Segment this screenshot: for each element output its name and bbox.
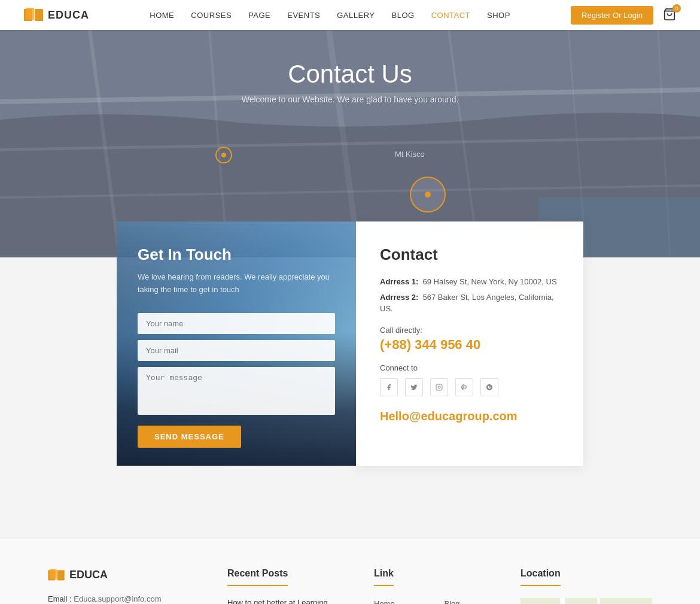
nav-menu: HOME COURSES PAGE EVENTS GALLERY BLOG CO… — [150, 10, 510, 20]
link-home[interactable]: Home — [374, 598, 427, 604]
svg-rect-2 — [35, 9, 43, 21]
marker-dot-large — [425, 192, 431, 198]
address1-row: Adrress 1: 69 Halsey St, New York, Ny 10… — [380, 276, 559, 288]
get-in-touch-title: Get In Touch — [138, 245, 335, 264]
link-blog[interactable]: Blog — [445, 598, 497, 604]
address1-label: Adrress 1: — [380, 277, 418, 286]
phone-number: (+88) 344 956 40 — [380, 337, 559, 353]
address2-row: Adrress 2: 567 Baker St, Los Angeles, Ca… — [380, 292, 559, 315]
contact-form-panel: Get In Touch We love hearing from reader… — [117, 221, 356, 466]
footer-links-section: Link Home Courses Page Event Portfolio B… — [374, 568, 497, 604]
navbar: EDUCA HOME COURSES PAGE EVENTS GALLERY B… — [0, 0, 700, 30]
footer-contact-info: Email : Educa.support@info.com Call dire… — [48, 592, 203, 604]
hero-subtitle: Welcome to our Website. We are glad to h… — [242, 95, 459, 104]
location-map[interactable]: 208 78 — [521, 598, 652, 604]
contact-form-content: Get In Touch We love hearing from reader… — [117, 221, 356, 466]
svg-rect-19 — [521, 598, 652, 604]
call-directly-label: Call directly: — [380, 326, 559, 335]
footer-recent-posts: Recent Posts How to get better at Learni… — [227, 568, 350, 604]
footer-logo-section: EDUCA Email : Educa.support@info.com Cal… — [48, 568, 203, 604]
address1-value: 69 Halsey St, New York, Ny 10002, US — [423, 277, 557, 286]
footer-grid: EDUCA Email : Educa.support@info.com Cal… — [48, 568, 652, 604]
map-city-label: Mt Kisco — [395, 150, 425, 159]
footer-location-title: Location — [521, 568, 561, 586]
logo[interactable]: EDUCA — [24, 7, 89, 23]
svg-rect-1 — [26, 8, 34, 20]
links-col1: Home Courses Page Event Portfolio — [374, 598, 427, 604]
nav-blog[interactable]: BLOG — [392, 10, 415, 20]
instagram-icon[interactable] — [430, 378, 448, 396]
footer-email-row: Email : Educa.support@info.com — [48, 592, 203, 604]
nav-courses[interactable]: COURSES — [191, 10, 232, 20]
footer-location-section: Location 208 — [521, 568, 652, 604]
hero-title: Contact Us — [242, 60, 459, 89]
svg-rect-14 — [436, 384, 442, 390]
skype-icon[interactable] — [480, 378, 498, 396]
contact-info-title: Contact — [380, 245, 559, 264]
footer-links-grid: Home Courses Page Event Portfolio Blog C… — [374, 598, 497, 604]
location-map-svg: 208 78 — [521, 598, 652, 604]
post-item-1: How to get better at Learning November 1… — [227, 598, 350, 604]
links-col2: Blog Contact Shop — [445, 598, 497, 604]
send-button[interactable]: SEND MESSAGE — [138, 426, 241, 448]
svg-rect-17 — [50, 569, 57, 579]
footer-main: EDUCA Email : Educa.support@info.com Cal… — [0, 538, 700, 604]
contact-form: SEND MESSAGE — [138, 313, 335, 448]
svg-rect-18 — [57, 570, 65, 580]
register-button[interactable]: Register Or Login — [571, 6, 653, 25]
navbar-right: Register Or Login 0 — [571, 6, 676, 25]
map-marker-small[interactable] — [215, 147, 232, 163]
footer-logo-icon — [48, 568, 65, 582]
contact-info-panel: Contact Adrress 1: 69 Halsey St, New Yor… — [356, 221, 583, 466]
pinterest-icon[interactable] — [455, 378, 473, 396]
map-marker-large[interactable] — [410, 177, 446, 213]
logo-icon — [24, 7, 43, 23]
cart-badge: 0 — [672, 4, 681, 13]
marker-dot-small — [221, 153, 226, 157]
hero-content: Contact Us Welcome to our Website. We ar… — [242, 60, 459, 104]
contact-section: Get In Touch We love hearing from reader… — [69, 221, 631, 466]
nav-gallery[interactable]: GALLERY — [337, 10, 375, 20]
nav-page[interactable]: PAGE — [248, 10, 270, 20]
get-in-touch-desc: We love hearing from readers. We really … — [138, 271, 335, 296]
connect-to-label: Connect to — [380, 363, 559, 372]
post-1-title[interactable]: How to get better at Learning — [227, 598, 350, 604]
nav-events[interactable]: EVENTS — [287, 10, 320, 20]
cart-button[interactable]: 0 — [663, 8, 676, 23]
nav-shop[interactable]: SHOP — [487, 10, 510, 20]
nav-home[interactable]: HOME — [150, 10, 174, 20]
nav-contact[interactable]: CONTACT — [431, 10, 470, 20]
name-input[interactable] — [138, 313, 335, 334]
facebook-icon[interactable] — [380, 378, 398, 396]
footer-logo[interactable]: EDUCA — [48, 568, 203, 582]
footer-links-title: Link — [374, 568, 394, 586]
message-input[interactable] — [138, 367, 335, 415]
email-input[interactable] — [138, 340, 335, 361]
email-link[interactable]: Hello@educagroup.com — [380, 409, 518, 423]
address2-label: Adrress 2: — [380, 293, 418, 302]
social-icons — [380, 378, 559, 396]
recent-posts-title: Recent Posts — [227, 568, 288, 586]
twitter-icon[interactable] — [405, 378, 423, 396]
